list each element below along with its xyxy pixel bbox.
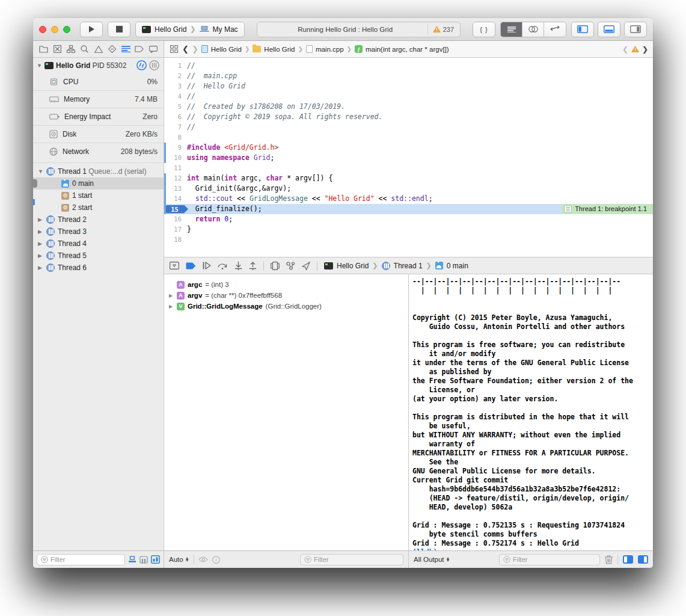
forward-button[interactable]: ❯ xyxy=(192,45,198,54)
code-line[interactable]: 13 Grid_init(&argc,&argv); xyxy=(164,183,653,194)
code-line[interactable]: 8 xyxy=(164,132,653,143)
toggle-inspector-button[interactable] xyxy=(624,22,647,37)
disclosure-triangle-icon[interactable]: ▶ xyxy=(38,229,43,235)
gauge-row-memory[interactable]: Memory7.4 MB xyxy=(33,90,164,108)
line-number[interactable]: 7 xyxy=(166,122,187,132)
toggle-navigator-button[interactable] xyxy=(571,22,594,37)
code-review-button[interactable]: { } xyxy=(473,22,495,37)
print-description-icon[interactable]: i xyxy=(212,556,220,564)
variables-filter-field[interactable]: Filter xyxy=(300,554,403,565)
thread-row[interactable]: ▶Thread 6 xyxy=(33,262,164,274)
code-line[interactable]: 16 return 0; xyxy=(164,214,653,224)
project-navigator-icon[interactable] xyxy=(38,44,49,54)
line-number[interactable]: 11 xyxy=(166,163,187,173)
console-scope-select[interactable]: All Output ▲▼ xyxy=(414,556,450,563)
trash-icon[interactable] xyxy=(605,555,613,564)
view-mode-icon[interactable] xyxy=(151,555,160,564)
minimize-window-button[interactable] xyxy=(51,26,58,33)
line-number[interactable]: 17 xyxy=(166,224,187,235)
gauge-row-energy-impact[interactable]: Energy ImpactZero xyxy=(33,108,164,125)
warning-count-badge[interactable]: 237 xyxy=(427,24,454,35)
issue-navigator-icon[interactable] xyxy=(93,44,103,54)
standard-editor-button[interactable] xyxy=(501,22,522,37)
zoom-window-button[interactable] xyxy=(63,26,70,33)
continue-execution-icon[interactable] xyxy=(203,262,211,270)
thread-row[interactable]: ▶Thread 4 xyxy=(33,238,164,250)
line-number[interactable]: 4 xyxy=(166,91,187,102)
jumpbar-group[interactable]: Hello Grid xyxy=(264,46,295,53)
debug-memory-graph-icon[interactable] xyxy=(286,262,295,270)
disclosure-triangle-icon[interactable]: ▶ xyxy=(168,293,174,298)
code-line[interactable]: 9#include <Grid/Grid.h> xyxy=(164,143,653,153)
disclosure-triangle-icon[interactable]: ▼ xyxy=(38,168,43,174)
line-number[interactable]: 16 xyxy=(166,214,187,224)
line-number[interactable]: 5 xyxy=(166,102,187,112)
code-line[interactable]: 3// Hello Grid xyxy=(164,81,653,91)
breakpoint-badge[interactable]: 15 xyxy=(166,205,188,214)
stack-frame-row[interactable]: 0 main xyxy=(33,177,164,189)
show-crashed-only-icon[interactable] xyxy=(139,556,148,564)
source-editor[interactable]: 1//2// main.cpp3// Hello Grid4//5// Crea… xyxy=(164,58,653,257)
stack-frame-row[interactable]: ⚙2 start xyxy=(33,202,164,214)
thread-row[interactable]: ▶Thread 2 xyxy=(33,214,164,226)
line-number[interactable]: 3 xyxy=(166,81,187,91)
disclosure-triangle-icon[interactable]: ▶ xyxy=(38,253,43,259)
breakpoint-navigator-icon[interactable] xyxy=(134,44,144,54)
line-number[interactable]: 18 xyxy=(166,235,187,245)
step-into-icon[interactable] xyxy=(234,262,242,270)
source-control-navigator-icon[interactable] xyxy=(52,44,63,54)
jumpbar-project[interactable]: Hello Grid xyxy=(211,46,242,53)
line-number[interactable]: 9 xyxy=(166,143,187,153)
report-navigator-icon[interactable] xyxy=(148,44,158,54)
show-paused-only-icon[interactable] xyxy=(128,556,136,564)
line-number[interactable]: 13 xyxy=(166,183,187,194)
gauge-row-network[interactable]: Network208 bytes/s xyxy=(33,143,164,160)
line-number[interactable]: 6 xyxy=(166,112,187,122)
activity-view[interactable]: Running Hello Grid : Hello Grid 237 xyxy=(257,22,461,37)
breadcrumb-process[interactable]: Hello Grid xyxy=(337,262,369,270)
related-items-icon[interactable] xyxy=(169,44,179,54)
breadcrumb-thread[interactable]: Thread 1 xyxy=(394,262,423,270)
debug-view-hierarchy-icon[interactable] xyxy=(271,262,280,270)
variable-row[interactable]: Aargc= (int) 3 xyxy=(164,279,408,290)
back-button[interactable]: ❮ xyxy=(182,45,189,54)
breakpoints-toggle-icon[interactable] xyxy=(186,262,196,270)
hide-debug-area-icon[interactable] xyxy=(170,262,179,270)
issue-warning-icon[interactable] xyxy=(631,46,639,52)
code-line[interactable]: 10using namespace Grid; xyxy=(164,153,653,163)
code-line[interactable]: Grid_finalize();15☰Thread 1: breakpoint … xyxy=(164,204,653,214)
code-line[interactable]: 14 std::cout << GridLogMessage << "Hello… xyxy=(164,194,653,204)
console-filter-field[interactable]: Filter xyxy=(499,554,600,565)
thread-row[interactable]: ▶Thread 5 xyxy=(33,250,164,262)
debug-navigator-icon[interactable] xyxy=(121,44,131,54)
run-button[interactable] xyxy=(80,22,103,37)
jumpbar-file[interactable]: main.cpp xyxy=(316,46,344,53)
symbol-navigator-icon[interactable] xyxy=(66,44,76,54)
stack-frame-row[interactable]: ⚙1 start xyxy=(33,189,164,202)
gauge-row-cpu[interactable]: CPU0% xyxy=(33,73,164,90)
code-line[interactable]: 5// Created by s1786208 on 17/03/2019. xyxy=(164,102,653,112)
variables-scope-select[interactable]: Auto ▲▼ xyxy=(169,556,189,563)
pause-process-icon[interactable] xyxy=(136,60,147,70)
code-line[interactable]: 18 xyxy=(164,235,653,245)
close-window-button[interactable] xyxy=(39,26,46,33)
step-over-icon[interactable] xyxy=(218,262,228,270)
quicklook-eye-icon[interactable] xyxy=(198,556,208,562)
search-navigator-icon[interactable] xyxy=(79,44,90,54)
disclosure-triangle-icon[interactable]: ▶ xyxy=(38,265,43,271)
scheme-selector[interactable]: Hello Grid ❯ My Mac xyxy=(135,22,245,37)
toggle-console-view-button[interactable] xyxy=(638,555,648,564)
line-number[interactable]: 8 xyxy=(166,132,187,143)
process-row[interactable]: ▼ Hello Grid PID 55302 xyxy=(33,58,164,73)
code-line[interactable]: 1// xyxy=(164,61,653,71)
breadcrumb-frame[interactable]: 0 main xyxy=(447,262,468,270)
code-line[interactable]: 7// xyxy=(164,122,653,132)
disclosure-triangle-icon[interactable]: ▶ xyxy=(168,304,174,309)
thread-row[interactable]: ▼Thread 1 Queue:...d (serial) xyxy=(33,165,164,177)
code-line[interactable]: 4// xyxy=(164,91,653,102)
gauge-row-disk[interactable]: DiskZero KB/s xyxy=(33,125,164,143)
line-number[interactable]: 10 xyxy=(166,153,187,163)
breakpoint-annotation[interactable]: ☰Thread 1: breakpoint 1.1 xyxy=(562,204,653,214)
thread-row[interactable]: ▶Thread 3 xyxy=(33,226,164,238)
test-navigator-icon[interactable] xyxy=(107,44,117,54)
